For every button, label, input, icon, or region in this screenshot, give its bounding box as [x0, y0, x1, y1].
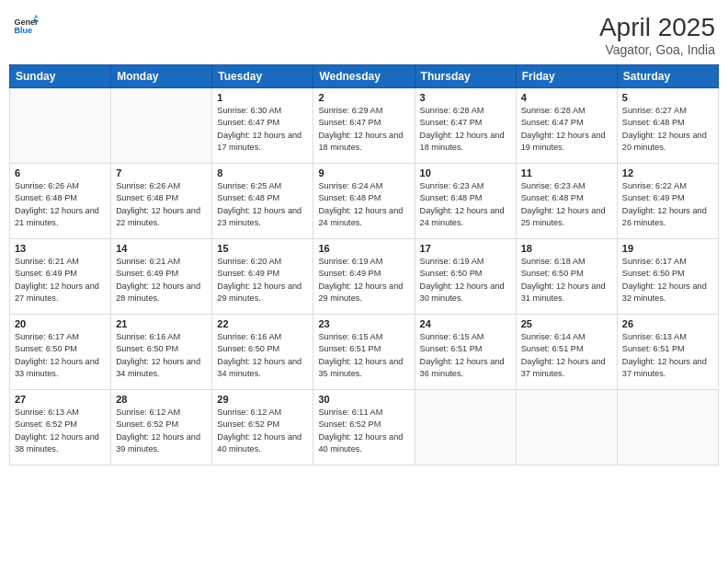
calendar-cell	[516, 390, 617, 465]
calendar-cell: 19Sunrise: 6:17 AMSunset: 6:50 PMDayligh…	[617, 239, 718, 315]
cell-day-number: 6	[15, 167, 106, 178]
cell-day-number: 14	[116, 243, 207, 254]
calendar-cell	[10, 88, 111, 164]
cell-day-number: 20	[15, 318, 106, 329]
cell-day-number: 12	[622, 167, 713, 178]
calendar-cell: 3Sunrise: 6:28 AMSunset: 6:47 PMDaylight…	[415, 88, 516, 164]
calendar-cell: 7Sunrise: 6:26 AMSunset: 6:48 PMDaylight…	[111, 164, 212, 239]
cell-day-number: 26	[622, 318, 713, 329]
cell-day-number: 27	[15, 394, 106, 405]
svg-text:Blue: Blue	[14, 26, 32, 35]
calendar-cell: 18Sunrise: 6:18 AMSunset: 6:50 PMDayligh…	[516, 239, 617, 315]
cell-day-number: 13	[15, 243, 106, 254]
cell-day-number: 3	[420, 92, 511, 103]
title-block: April 2025 Vagator, Goa, India	[599, 13, 715, 57]
calendar-cell: 26Sunrise: 6:13 AMSunset: 6:51 PMDayligh…	[617, 315, 718, 390]
cell-info: Sunrise: 6:21 AMSunset: 6:49 PMDaylight:…	[116, 256, 207, 304]
calendar-cell	[111, 88, 212, 164]
cell-day-number: 18	[521, 243, 612, 254]
calendar-cell: 27Sunrise: 6:13 AMSunset: 6:52 PMDayligh…	[10, 390, 111, 465]
cell-day-number: 21	[116, 318, 207, 329]
calendar-cell: 16Sunrise: 6:19 AMSunset: 6:49 PMDayligh…	[313, 239, 415, 315]
calendar-cell: 13Sunrise: 6:21 AMSunset: 6:49 PMDayligh…	[10, 239, 111, 315]
calendar-header-row: SundayMondayTuesdayWednesdayThursdayFrid…	[10, 65, 719, 88]
cell-info: Sunrise: 6:30 AMSunset: 6:47 PMDaylight:…	[217, 105, 308, 154]
calendar-cell: 4Sunrise: 6:28 AMSunset: 6:47 PMDaylight…	[516, 88, 617, 164]
cell-day-number: 16	[318, 243, 409, 254]
cell-day-number: 30	[318, 394, 409, 405]
calendar-cell: 14Sunrise: 6:21 AMSunset: 6:49 PMDayligh…	[111, 239, 212, 315]
cell-info: Sunrise: 6:19 AMSunset: 6:49 PMDaylight:…	[318, 256, 409, 304]
cell-info: Sunrise: 6:13 AMSunset: 6:52 PMDaylight:…	[15, 407, 106, 455]
cell-info: Sunrise: 6:19 AMSunset: 6:50 PMDaylight:…	[420, 256, 511, 304]
cell-info: Sunrise: 6:22 AMSunset: 6:49 PMDaylight:…	[622, 180, 713, 229]
cell-info: Sunrise: 6:12 AMSunset: 6:52 PMDaylight:…	[116, 407, 207, 455]
week-row-1: 6Sunrise: 6:26 AMSunset: 6:48 PMDaylight…	[10, 164, 719, 239]
cell-day-number: 10	[420, 167, 511, 178]
cell-info: Sunrise: 6:23 AMSunset: 6:48 PMDaylight:…	[521, 180, 612, 229]
calendar-body: 1Sunrise: 6:30 AMSunset: 6:47 PMDaylight…	[10, 88, 719, 465]
cell-info: Sunrise: 6:13 AMSunset: 6:51 PMDaylight:…	[622, 331, 713, 380]
cell-info: Sunrise: 6:28 AMSunset: 6:47 PMDaylight:…	[521, 105, 612, 154]
cell-info: Sunrise: 6:17 AMSunset: 6:50 PMDaylight:…	[15, 331, 106, 380]
calendar-cell: 17Sunrise: 6:19 AMSunset: 6:50 PMDayligh…	[415, 239, 516, 315]
calendar-cell: 6Sunrise: 6:26 AMSunset: 6:48 PMDaylight…	[10, 164, 111, 239]
week-row-4: 27Sunrise: 6:13 AMSunset: 6:52 PMDayligh…	[10, 390, 719, 465]
cell-day-number: 24	[420, 318, 511, 329]
cell-day-number: 1	[217, 92, 308, 103]
calendar-cell: 2Sunrise: 6:29 AMSunset: 6:47 PMDaylight…	[313, 88, 415, 164]
calendar-cell: 30Sunrise: 6:11 AMSunset: 6:52 PMDayligh…	[313, 390, 415, 465]
cell-info: Sunrise: 6:21 AMSunset: 6:49 PMDaylight:…	[15, 256, 106, 304]
cell-info: Sunrise: 6:27 AMSunset: 6:48 PMDaylight:…	[622, 105, 713, 154]
cell-info: Sunrise: 6:16 AMSunset: 6:50 PMDaylight:…	[116, 331, 207, 380]
day-header-sunday: Sunday	[10, 65, 111, 88]
calendar-table: SundayMondayTuesdayWednesdayThursdayFrid…	[9, 64, 719, 465]
day-header-wednesday: Wednesday	[313, 65, 415, 88]
cell-info: Sunrise: 6:28 AMSunset: 6:47 PMDaylight:…	[420, 105, 511, 154]
cell-info: Sunrise: 6:14 AMSunset: 6:51 PMDaylight:…	[521, 331, 612, 380]
svg-marker-3	[34, 14, 39, 17]
logo: General Blue	[13, 13, 39, 39]
cell-info: Sunrise: 6:29 AMSunset: 6:47 PMDaylight:…	[318, 105, 409, 154]
cell-info: Sunrise: 6:17 AMSunset: 6:50 PMDaylight:…	[622, 256, 713, 304]
calendar-cell: 20Sunrise: 6:17 AMSunset: 6:50 PMDayligh…	[10, 315, 111, 390]
cell-day-number: 15	[217, 243, 308, 254]
calendar-cell	[617, 390, 718, 465]
cell-day-number: 29	[217, 394, 308, 405]
cell-info: Sunrise: 6:23 AMSunset: 6:48 PMDaylight:…	[420, 180, 511, 229]
cell-info: Sunrise: 6:12 AMSunset: 6:52 PMDaylight:…	[217, 407, 308, 455]
cell-info: Sunrise: 6:26 AMSunset: 6:48 PMDaylight:…	[15, 180, 106, 229]
calendar-cell: 5Sunrise: 6:27 AMSunset: 6:48 PMDaylight…	[617, 88, 718, 164]
cell-day-number: 22	[217, 318, 308, 329]
calendar-cell: 12Sunrise: 6:22 AMSunset: 6:49 PMDayligh…	[617, 164, 718, 239]
day-header-saturday: Saturday	[617, 65, 718, 88]
calendar-cell: 8Sunrise: 6:25 AMSunset: 6:48 PMDaylight…	[212, 164, 313, 239]
cell-info: Sunrise: 6:24 AMSunset: 6:48 PMDaylight:…	[318, 180, 409, 229]
cell-info: Sunrise: 6:15 AMSunset: 6:51 PMDaylight:…	[318, 331, 409, 380]
cell-day-number: 4	[521, 92, 612, 103]
cell-day-number: 7	[116, 167, 207, 178]
calendar-cell: 25Sunrise: 6:14 AMSunset: 6:51 PMDayligh…	[516, 315, 617, 390]
cell-day-number: 23	[318, 318, 409, 329]
cell-info: Sunrise: 6:18 AMSunset: 6:50 PMDaylight:…	[521, 256, 612, 304]
calendar-cell: 1Sunrise: 6:30 AMSunset: 6:47 PMDaylight…	[212, 88, 313, 164]
day-header-thursday: Thursday	[415, 65, 516, 88]
cell-day-number: 11	[521, 167, 612, 178]
cell-day-number: 8	[217, 167, 308, 178]
day-header-tuesday: Tuesday	[212, 65, 313, 88]
cell-day-number: 25	[521, 318, 612, 329]
day-header-monday: Monday	[111, 65, 212, 88]
cell-info: Sunrise: 6:26 AMSunset: 6:48 PMDaylight:…	[116, 180, 207, 229]
page: General Blue April 2025 Vagator, Goa, In…	[0, 0, 728, 563]
week-row-2: 13Sunrise: 6:21 AMSunset: 6:49 PMDayligh…	[10, 239, 719, 315]
cell-day-number: 19	[622, 243, 713, 254]
calendar-cell: 15Sunrise: 6:20 AMSunset: 6:49 PMDayligh…	[212, 239, 313, 315]
calendar-cell: 9Sunrise: 6:24 AMSunset: 6:48 PMDaylight…	[313, 164, 415, 239]
calendar-cell: 29Sunrise: 6:12 AMSunset: 6:52 PMDayligh…	[212, 390, 313, 465]
cell-day-number: 28	[116, 394, 207, 405]
cell-day-number: 5	[622, 92, 713, 103]
calendar-cell: 21Sunrise: 6:16 AMSunset: 6:50 PMDayligh…	[111, 315, 212, 390]
calendar-cell: 10Sunrise: 6:23 AMSunset: 6:48 PMDayligh…	[415, 164, 516, 239]
day-header-friday: Friday	[516, 65, 617, 88]
cell-info: Sunrise: 6:11 AMSunset: 6:52 PMDaylight:…	[318, 407, 409, 455]
